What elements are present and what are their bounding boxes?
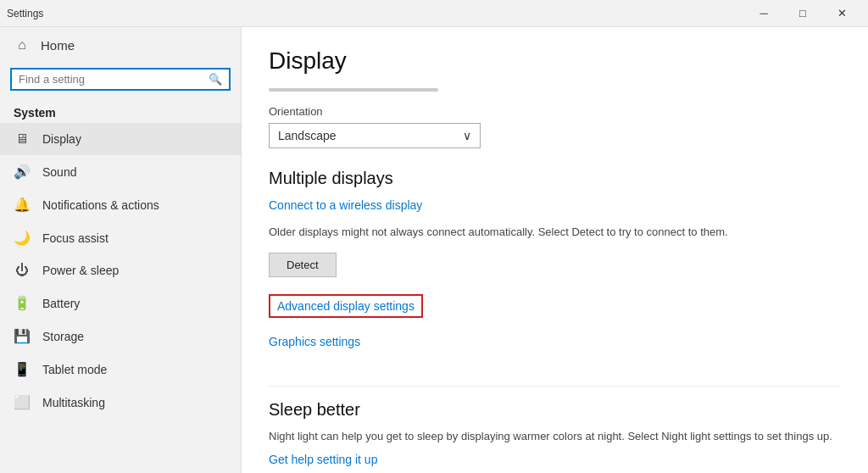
multitasking-icon: ⬜ (14, 394, 31, 410)
sidebar-item-notifications[interactable]: 🔔 Notifications & actions (0, 188, 241, 221)
display-icon: 🖥 (14, 131, 31, 147)
sidebar-item-sound-label: Sound (42, 165, 76, 179)
chevron-down-icon: ∨ (463, 129, 471, 142)
sidebar-item-tablet[interactable]: 📱 Tablet mode (0, 353, 241, 386)
graphics-settings-link[interactable]: Graphics settings (269, 335, 360, 348)
sidebar-section-label: System (0, 99, 241, 123)
sidebar-item-notifications-label: Notifications & actions (42, 198, 159, 212)
sidebar-item-display-label: Display (42, 132, 81, 146)
minimize-button[interactable]: ─ (744, 0, 783, 27)
titlebar-controls: ─ □ ✕ (744, 0, 861, 27)
focus-icon: 🌙 (14, 230, 31, 246)
night-light-link[interactable]: Get help setting it up (269, 453, 377, 466)
sidebar-item-tablet-label: Tablet mode (42, 363, 107, 376)
sleep-heading: Sleep better (269, 400, 841, 420)
search-input[interactable] (19, 73, 203, 86)
section-divider (269, 386, 841, 387)
advanced-display-wrapper: Advanced display settings (269, 294, 841, 326)
detect-button[interactable]: Detect (269, 253, 337, 277)
sound-icon: 🔊 (14, 164, 31, 180)
sidebar-item-battery[interactable]: 🔋 Battery (0, 287, 241, 320)
sidebar: ⌂ Home 🔍 System 🖥 Display 🔊 Sound 🔔 Noti… (0, 27, 242, 473)
battery-icon: 🔋 (14, 295, 31, 311)
detect-description: Older displays might not always connect … (269, 224, 841, 241)
graphics-link-wrapper: Graphics settings (269, 335, 841, 369)
page-title: Display (269, 47, 841, 75)
sidebar-item-multitasking[interactable]: ⬜ Multitasking (0, 386, 241, 419)
sidebar-item-focus[interactable]: 🌙 Focus assist (0, 221, 241, 254)
home-icon: ⌂ (14, 37, 31, 53)
sidebar-item-storage[interactable]: 💾 Storage (0, 320, 241, 353)
search-wrapper: 🔍 (0, 63, 241, 99)
sidebar-item-focus-label: Focus assist (42, 231, 108, 245)
sidebar-item-storage-label: Storage (42, 330, 84, 343)
scroll-indicator (269, 88, 438, 92)
main-container: ⌂ Home 🔍 System 🖥 Display 🔊 Sound 🔔 Noti… (0, 27, 868, 473)
close-button[interactable]: ✕ (822, 0, 861, 27)
storage-icon: 💾 (14, 328, 31, 344)
sidebar-item-multitasking-label: Multitasking (42, 396, 105, 409)
sidebar-item-sound[interactable]: 🔊 Sound (0, 155, 241, 188)
tablet-icon: 📱 (14, 361, 31, 377)
orientation-dropdown[interactable]: Landscape ∨ (269, 123, 481, 148)
search-box: 🔍 (10, 68, 231, 91)
sidebar-item-power[interactable]: ⏻ Power & sleep (0, 254, 241, 287)
advanced-display-settings-link[interactable]: Advanced display settings (277, 299, 415, 313)
titlebar: Settings ─ □ ✕ (0, 0, 868, 27)
notifications-icon: 🔔 (14, 197, 31, 213)
content-area: Display Orientation Landscape ∨ Multiple… (242, 27, 868, 473)
connect-wireless-link[interactable]: Connect to a wireless display (269, 198, 422, 212)
advanced-display-link-box: Advanced display settings (269, 294, 423, 318)
sidebar-item-power-label: Power & sleep (42, 264, 119, 277)
orientation-value: Landscape (278, 129, 337, 142)
restore-button[interactable]: □ (783, 0, 822, 27)
search-icon: 🔍 (209, 73, 222, 86)
orientation-label: Orientation (269, 105, 841, 118)
sidebar-item-display[interactable]: 🖥 Display (0, 123, 241, 155)
sidebar-item-battery-label: Battery (42, 297, 80, 310)
multiple-displays-heading: Multiple displays (269, 169, 841, 188)
titlebar-title: Settings (7, 8, 43, 19)
power-icon: ⏻ (14, 263, 31, 278)
sidebar-home-label: Home (41, 38, 75, 53)
sleep-description: Night light can help you get to sleep by… (269, 428, 841, 445)
sidebar-item-home[interactable]: ⌂ Home (0, 27, 241, 63)
